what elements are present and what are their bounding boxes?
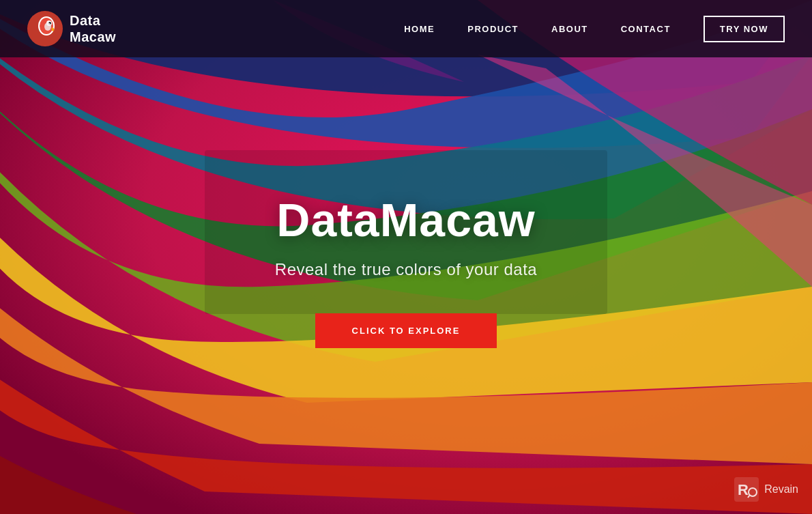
revain-brand: Revain: [764, 483, 798, 496]
revain-watermark: R Revain: [734, 477, 798, 502]
revain-icon: R: [734, 477, 759, 502]
nav-contact[interactable]: CONTACT: [621, 24, 671, 34]
logo-line2: Macaw: [70, 29, 116, 45]
hero-content: DataMacaw Reveal the true colors of your…: [0, 0, 812, 514]
hero-title: DataMacaw: [276, 193, 535, 246]
nav-about[interactable]: ABOUT: [551, 24, 588, 34]
logo-line1: Data: [70, 12, 116, 29]
explore-button[interactable]: CLICK TO EXPLORE: [315, 313, 497, 348]
hero-section: Data Macaw HOME PRODUCT ABOUT CONTACT TR…: [0, 0, 812, 514]
svg-point-7: [44, 23, 51, 31]
logo-text: Data Macaw: [70, 12, 116, 45]
svg-text:R: R: [738, 481, 749, 498]
nav-links: HOME PRODUCT ABOUT CONTACT TRY NOW: [404, 16, 785, 42]
nav-product[interactable]: PRODUCT: [467, 24, 519, 34]
logo-icon: [27, 11, 63, 46]
try-now-button[interactable]: TRY NOW: [704, 16, 785, 42]
navbar: Data Macaw HOME PRODUCT ABOUT CONTACT TR…: [0, 0, 812, 57]
nav-home[interactable]: HOME: [404, 24, 435, 34]
logo[interactable]: Data Macaw: [27, 11, 116, 46]
hero-subtitle: Reveal the true colors of your data: [275, 260, 537, 279]
